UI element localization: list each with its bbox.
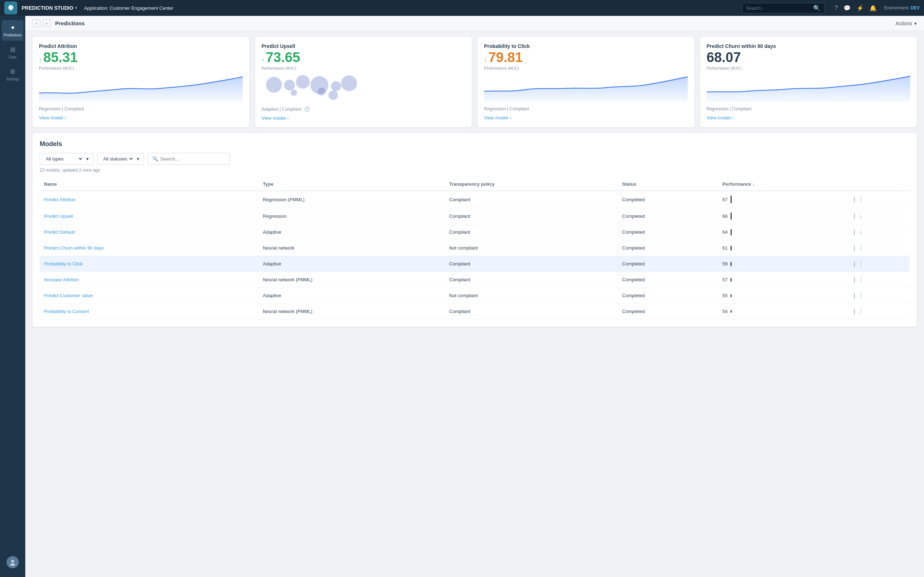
row-actions[interactable]: | ⋮ [854,213,905,220]
row-performance: 57 [718,272,850,288]
row-name-link[interactable]: Predict Default [44,229,75,235]
card-footer-attrition: Regression | Compliant [39,106,243,111]
row-type: Regression [258,208,445,224]
vertical-bar-icon: | [854,196,855,203]
breadcrumb-nav[interactable]: ‹ › [32,19,51,27]
row-transparency: Compliant [445,272,617,288]
row-type: Neural network [258,240,445,256]
chat-icon[interactable]: 💬 [843,5,851,11]
more-options-icon[interactable]: ⋮ [858,229,864,235]
row-status: Completed [618,304,718,319]
row-status: Completed [618,191,718,208]
col-performance[interactable]: Performance ↓ [718,178,850,191]
status-filter[interactable]: All statuses Completed In progress Faile… [97,153,144,165]
row-actions[interactable]: | ⋮ [854,229,905,235]
top-nav: PREDICTION STUDIO ▾ Application: Custome… [0,0,924,16]
model-search[interactable]: 🔍 [148,153,230,165]
view-model-predict-churn[interactable]: View model › [707,115,911,121]
sidebar-item-predictions[interactable]: ✦ Predictions [2,20,23,41]
row-status: Completed [618,256,718,272]
row-actions[interactable]: | ⋮ [854,276,905,283]
col-name: Name [40,178,258,191]
main-content: ‹ › Predictions Actions ▾ Predict Attrit… [25,16,924,577]
card-score-predict-churn: 68.07 [707,50,741,65]
more-options-icon[interactable]: ⋮ [858,308,864,315]
more-options-icon[interactable]: ⋮ [858,260,864,267]
predictions-icon: ✦ [10,24,16,32]
score-arrow-upsell: ↑ [262,57,265,63]
bolt-icon[interactable]: ⚡ [856,5,864,11]
card-chart-upsell [262,73,465,102]
row-name-link[interactable]: Probability to Convert [44,309,89,314]
row-name-link[interactable]: Predict Customer value [44,293,93,298]
app-label: Application: Customer Engagement Center [84,5,173,11]
more-options-icon[interactable]: ⋮ [858,276,864,283]
search-box[interactable]: 🔍 [742,3,824,13]
table-row: Probability to Click Adaptive Compliant … [40,256,909,272]
actions-menu[interactable]: Actions ▾ [895,21,917,26]
score-arrow-attrition: ↑ [39,57,42,63]
card-perf-predict-churn: Performance (AUC) [707,66,911,70]
help-icon[interactable]: ? [835,5,838,11]
bell-icon[interactable]: 🔔 [869,5,877,11]
vertical-bar-icon: | [854,277,855,283]
chevron-right-icon: › [510,115,511,121]
score-arrow-prob-click: ↓ [484,57,487,63]
models-section: Models All types Regression Adaptive Neu… [32,133,917,327]
row-name-link[interactable]: Increase Attrition [44,277,79,282]
table-row: Predict Attrition Regression (PMML) Comp… [40,191,909,208]
more-options-icon[interactable]: ⋮ [858,196,864,203]
view-model-upsell[interactable]: View model › [262,115,465,121]
row-actions[interactable]: | ⋮ [854,292,905,299]
model-search-input[interactable] [160,156,225,161]
col-transparency: Transparency policy [445,178,617,191]
row-performance: 64 [718,224,850,240]
more-options-icon[interactable]: ⋮ [858,245,864,251]
card-chart-predict-churn [707,73,911,102]
row-type: Adaptive [258,288,445,304]
card-predict-upsell: Predict Upsell ↑ 73.65 Performance (AUC) [255,37,472,127]
sidebar: ✦ Predictions ⊞ Data ⚙ Settings [0,16,25,577]
row-performance: 66 [718,208,850,224]
perf-bar-indicator [730,246,732,251]
row-transparency: Not compliant [445,288,617,304]
row-actions[interactable]: | ⋮ [854,260,905,267]
sidebar-item-data[interactable]: ⊞ Data [2,42,23,63]
row-status: Completed [618,224,718,240]
sidebar-bottom [6,552,19,573]
cards-grid: Predict Attrition ↑ 85.31 Performance (A… [32,37,917,127]
sidebar-item-settings[interactable]: ⚙ Settings [2,64,23,85]
row-name-link[interactable]: Probability to Click [44,261,82,266]
view-model-attrition[interactable]: View model › [39,115,243,121]
table-row: Increase Attrition Neural network (PMML)… [40,272,909,288]
svg-point-0 [11,560,14,562]
row-performance: 59 [718,256,850,272]
row-actions[interactable]: | ⋮ [854,196,905,203]
type-filter[interactable]: All types Regression Adaptive Neural net… [40,153,94,165]
sidebar-item-data-label: Data [9,55,16,59]
col-status: Status [618,178,718,191]
view-model-prob-click[interactable]: View model › [484,115,688,121]
row-name-link[interactable]: Predict Churn within 90 days [44,245,103,251]
vertical-bar-icon: | [854,261,855,267]
search-icon: 🔍 [152,156,158,161]
row-name-link[interactable]: Predict Attrition [44,197,76,202]
perf-bar-indicator [730,229,732,235]
more-options-icon[interactable]: ⋮ [858,292,864,299]
row-name-link[interactable]: Predict Upsell [44,213,73,219]
row-performance: 55 [718,288,850,304]
row-actions[interactable]: | ⋮ [854,308,905,315]
search-input[interactable] [746,5,811,11]
back-button[interactable]: ‹ [32,19,40,27]
env-label: Environment: DEV [884,5,920,10]
avatar[interactable] [6,556,19,568]
page-title: Predictions [55,20,85,26]
type-filter-select[interactable]: All types Regression Adaptive Neural net… [44,156,83,162]
card-score-prob-click: 79.81 [488,50,523,65]
status-filter-select[interactable]: All statuses Completed In progress Faile… [102,156,134,162]
more-options-icon[interactable]: ⋮ [858,213,864,220]
card-title-prob-click: Probability to Click [484,43,688,49]
forward-button[interactable]: › [43,19,50,27]
row-actions[interactable]: | ⋮ [854,245,905,251]
perf-bar-indicator [730,213,732,220]
